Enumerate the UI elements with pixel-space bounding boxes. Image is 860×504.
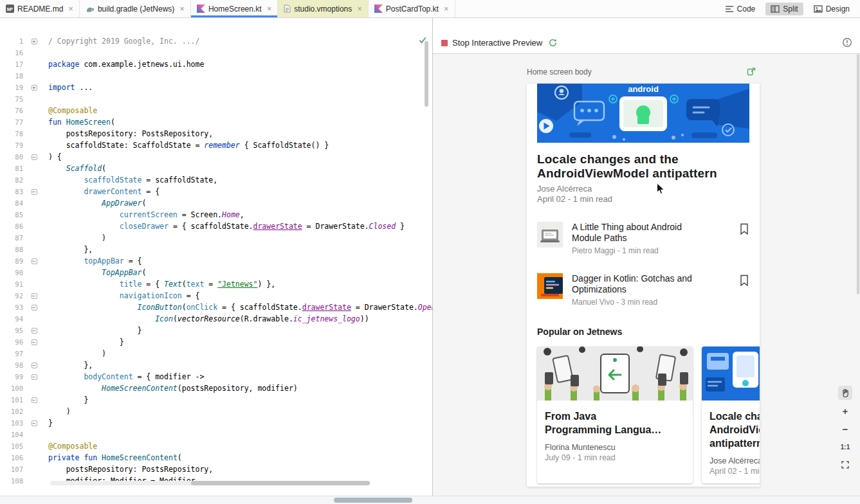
fold-marker[interactable]: − [23,186,45,197]
code-line[interactable]: 100 HomeScreenContent(postsRepository, m… [0,382,432,394]
code-line[interactable]: 83− drawerContent = { [0,186,432,197]
tab-homescreen-kt[interactable]: HomeScreen.kt × [191,0,278,17]
fold-marker[interactable]: − [23,151,45,163]
fold-marker[interactable]: + [23,82,45,93]
pan-icon [841,388,850,397]
zoom-in-button[interactable]: + [838,404,852,418]
code-line[interactable]: 84 AppDrawer( [0,197,432,209]
scrollbar-thumb[interactable] [334,498,412,503]
fold-marker[interactable]: − [23,336,45,348]
compose-preview-screen[interactable]: android Locale changes and t [527,84,760,487]
code-editor[interactable]: 1+/ Copyright 2019 Google, Inc. .../1617… [0,18,432,496]
stop-interactive-preview-button[interactable]: Stop Interactive Preview [441,38,542,48]
code-line[interactable]: 88 }, [0,244,432,255]
deploy-preview-button[interactable] [747,67,756,78]
code-token: TopAppBar [102,268,142,277]
fold-marker[interactable]: − [23,325,45,336]
zoom-to-fit-button[interactable] [838,458,852,472]
hero-article-title[interactable]: Locale changes and the AndroidViewModel … [537,152,749,181]
code-line[interactable]: 1+/ Copyright 2019 Google, Inc. .../ [0,35,432,47]
tab-close-icon[interactable]: × [68,5,73,13]
code-line[interactable]: 101− } [0,394,432,406]
preview-vertical-scrollbar[interactable] [857,54,859,294]
refresh-icon [548,38,558,48]
code-line[interactable]: 75 [0,93,432,105]
bookmark-icon[interactable] [739,274,749,307]
code-line[interactable]: 92− navigationIcon = { [0,290,432,302]
code-line[interactable]: 93− IconButton(onClick = { scaffoldState… [0,302,432,313]
editor-horizontal-scrollbar[interactable] [50,481,370,485]
editor-vertical-scrollbar[interactable] [425,41,428,107]
code-line[interactable]: 102 ) [0,406,432,417]
code-line[interactable]: 81 Scaffold( [0,163,432,174]
pan-button[interactable] [838,386,852,400]
article-thumbnail [537,273,563,299]
view-split-button[interactable]: Split [765,3,803,15]
code-line[interactable]: 80−) { [0,151,432,163]
fold-marker[interactable]: − [23,302,45,313]
tab-readme[interactable]: M README.md × [0,0,80,17]
code-line[interactable]: 89− topAppBar = { [0,255,432,267]
issues-panel-button[interactable] [842,37,852,48]
hero-article-image[interactable]: android [537,84,749,143]
fold-marker[interactable]: − [23,290,45,302]
code-line[interactable]: 91 title = { Text(text = "Jetnews") }, [0,278,432,290]
view-code-button[interactable]: Code [720,3,761,15]
article-list-item[interactable]: Dagger in Kotlin: Gotchas and Optimizati… [537,273,749,307]
fold-marker[interactable]: − [23,394,45,406]
code-line[interactable]: 87 ) [0,232,432,244]
code-line[interactable]: 86 closeDrawer = { scaffoldState.drawerS… [0,221,432,232]
code-line[interactable]: 94 Icon(vectorResource(R.drawable.ic_jet… [0,313,432,325]
view-design-button[interactable]: Design [809,3,855,15]
fold-marker[interactable]: − [23,255,45,267]
code-line[interactable]: 82 scaffoldState = scaffoldState, [0,174,432,186]
code-line[interactable]: 16 [0,47,432,59]
article-list-item[interactable]: A Little Thing about Android Module Path… [537,222,749,255]
code-token: ( [182,280,187,289]
code-line[interactable]: 106private fun HomeScreenContent( [0,452,432,464]
fold-marker[interactable]: − [23,417,45,429]
fold-marker[interactable]: + [23,35,45,47]
refresh-preview-button[interactable] [548,38,558,48]
code-line[interactable]: 105@Composable [0,440,432,452]
code-line[interactable]: 78 postsRepository: PostsRepository, [0,128,432,140]
scrollbar-thumb[interactable] [191,481,370,485]
code-line[interactable]: 76@Composable [0,105,432,116]
tab-build-gradle[interactable]: build.gradle (JetNews) × [80,0,191,17]
fold-marker[interactable]: − [23,371,45,382]
code-line[interactable]: 99− bodyContent = { modifier -> [0,371,432,382]
tab-postcardtop-kt[interactable]: PostCardTop.kt × [369,0,455,17]
code-line[interactable]: 97 ) [0,348,432,359]
tab-studio-vmoptions[interactable]: studio.vmoptions × [278,0,369,17]
article-title: A Little Thing about Android Module Path… [572,222,739,244]
code-line[interactable]: 96− } [0,336,432,348]
code-line[interactable]: 103−} [0,417,432,429]
bookmark-icon[interactable] [739,223,749,255]
design-surface[interactable]: Home screen body [433,54,860,496]
code-line[interactable]: 79 scaffoldState: ScaffoldState = rememb… [0,140,432,151]
zoom-actual-size-button[interactable]: 1:1 [838,440,852,454]
code-line[interactable]: 104 [0,429,432,440]
code-line[interactable]: 19+import ... [0,82,432,93]
popular-card[interactable]: Locale changes and the AndroidViewModel … [702,346,760,483]
tab-close-icon[interactable]: × [444,5,449,13]
code-line[interactable]: 85 currentScreen = Screen.Home, [0,209,432,221]
code-line[interactable]: 98− }, [0,359,432,371]
bottom-scrollbar [0,496,860,504]
code-line[interactable]: 107 postsRepository: PostsRepository, [0,464,432,475]
code-line[interactable]: 95− } [0,325,432,336]
code-line[interactable]: 90 TopAppBar( [0,267,432,278]
tab-close-icon[interactable]: × [357,5,362,13]
code-line[interactable]: 18 [0,70,432,82]
code-token: ( [111,118,115,127]
code-line[interactable]: 77fun HomeScreen( [0,116,432,128]
tab-close-icon[interactable]: × [179,5,185,13]
zoom-out-button[interactable]: − [838,422,852,436]
fold-marker[interactable]: − [23,359,45,371]
popular-card[interactable]: From Java Programming Langua… Florina Mu… [537,346,693,483]
code-line[interactable]: 17package com.example.jetnews.ui.home [0,59,432,70]
article-meta: Manuel Vivo - 3 min read [572,298,739,307]
tab-close-icon[interactable]: × [267,5,272,13]
line-number: 101 [0,394,23,406]
code-token: ( [173,314,178,323]
